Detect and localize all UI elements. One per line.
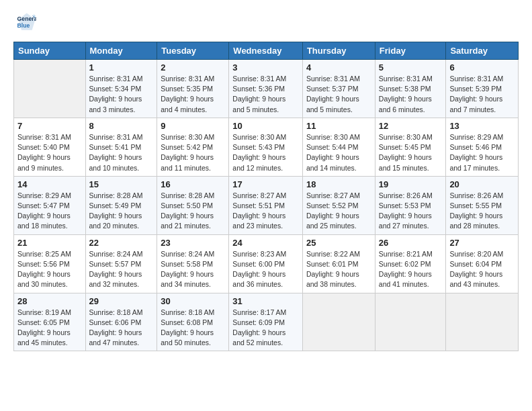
weekday-header-friday: Friday xyxy=(375,42,446,60)
day-number: 31 xyxy=(232,296,299,306)
calendar-cell: 4Sunrise: 8:31 AMSunset: 5:37 PMDaylight… xyxy=(302,60,375,118)
day-detail: Sunrise: 8:27 AMSunset: 5:52 PMDaylight:… xyxy=(306,191,371,232)
calendar-cell: 20Sunrise: 8:26 AMSunset: 5:55 PMDayligh… xyxy=(446,176,519,234)
calendar-cell: 18Sunrise: 8:27 AMSunset: 5:52 PMDayligh… xyxy=(302,176,375,234)
calendar-cell: 1Sunrise: 8:31 AMSunset: 5:34 PMDaylight… xyxy=(85,60,157,118)
day-detail: Sunrise: 8:31 AMSunset: 5:36 PMDaylight:… xyxy=(232,74,299,115)
calendar-cell: 15Sunrise: 8:28 AMSunset: 5:49 PMDayligh… xyxy=(85,176,157,234)
calendar-cell: 30Sunrise: 8:18 AMSunset: 6:08 PMDayligh… xyxy=(157,293,229,351)
day-number: 17 xyxy=(232,179,299,189)
day-number: 9 xyxy=(161,121,225,131)
day-number: 22 xyxy=(89,238,154,248)
day-number: 8 xyxy=(89,121,154,131)
day-detail: Sunrise: 8:31 AMSunset: 5:37 PMDaylight:… xyxy=(306,74,371,115)
calendar-cell xyxy=(14,60,86,118)
day-number: 28 xyxy=(17,296,82,306)
day-detail: Sunrise: 8:29 AMSunset: 5:46 PMDaylight:… xyxy=(449,132,515,173)
calendar-cell: 26Sunrise: 8:21 AMSunset: 6:02 PMDayligh… xyxy=(375,234,446,293)
weekday-header-sunday: Sunday xyxy=(14,42,86,60)
calendar-cell: 11Sunrise: 8:30 AMSunset: 5:44 PMDayligh… xyxy=(302,118,375,176)
day-number: 19 xyxy=(379,179,443,189)
day-detail: Sunrise: 8:30 AMSunset: 5:43 PMDaylight:… xyxy=(232,132,299,173)
weekday-header-tuesday: Tuesday xyxy=(157,42,229,60)
day-detail: Sunrise: 8:31 AMSunset: 5:39 PMDaylight:… xyxy=(449,74,515,115)
day-detail: Sunrise: 8:30 AMSunset: 5:45 PMDaylight:… xyxy=(379,132,443,173)
day-number: 24 xyxy=(232,238,299,248)
day-detail: Sunrise: 8:29 AMSunset: 5:47 PMDaylight:… xyxy=(17,191,82,232)
calendar-cell xyxy=(446,293,519,351)
calendar-cell: 17Sunrise: 8:27 AMSunset: 5:51 PMDayligh… xyxy=(229,176,303,234)
day-number: 5 xyxy=(379,62,443,73)
calendar-cell: 5Sunrise: 8:31 AMSunset: 5:38 PMDaylight… xyxy=(375,60,446,118)
day-detail: Sunrise: 8:31 AMSunset: 5:41 PMDaylight:… xyxy=(89,132,154,173)
weekday-header-monday: Monday xyxy=(85,42,157,60)
calendar-cell: 14Sunrise: 8:29 AMSunset: 5:47 PMDayligh… xyxy=(14,176,86,234)
calendar-cell: 16Sunrise: 8:28 AMSunset: 5:50 PMDayligh… xyxy=(157,176,229,234)
day-number: 6 xyxy=(449,62,515,73)
day-detail: Sunrise: 8:31 AMSunset: 5:35 PMDaylight:… xyxy=(161,74,225,115)
day-number: 10 xyxy=(232,121,299,131)
calendar-cell xyxy=(375,293,446,351)
calendar-cell: 8Sunrise: 8:31 AMSunset: 5:41 PMDaylight… xyxy=(85,118,157,176)
day-number: 25 xyxy=(306,238,371,248)
calendar-cell: 7Sunrise: 8:31 AMSunset: 5:40 PMDaylight… xyxy=(14,118,86,176)
day-detail: Sunrise: 8:23 AMSunset: 6:00 PMDaylight:… xyxy=(232,249,299,290)
day-number: 15 xyxy=(89,179,154,189)
calendar-cell: 2Sunrise: 8:31 AMSunset: 5:35 PMDaylight… xyxy=(157,60,229,118)
day-number: 27 xyxy=(449,238,515,248)
page: General Blue SundayMondayTuesdayWednesda… xyxy=(0,0,532,411)
calendar-cell: 12Sunrise: 8:30 AMSunset: 5:45 PMDayligh… xyxy=(375,118,446,176)
day-detail: Sunrise: 8:28 AMSunset: 5:50 PMDaylight:… xyxy=(161,191,225,232)
day-number: 1 xyxy=(89,62,154,73)
day-detail: Sunrise: 8:17 AMSunset: 6:09 PMDaylight:… xyxy=(232,308,299,349)
day-detail: Sunrise: 8:21 AMSunset: 6:02 PMDaylight:… xyxy=(379,249,443,290)
logo: General Blue xyxy=(13,12,36,35)
calendar-cell: 31Sunrise: 8:17 AMSunset: 6:09 PMDayligh… xyxy=(229,293,303,351)
calendar-cell: 9Sunrise: 8:30 AMSunset: 5:42 PMDaylight… xyxy=(157,118,229,176)
calendar-cell: 23Sunrise: 8:24 AMSunset: 5:58 PMDayligh… xyxy=(157,234,229,293)
weekday-header-thursday: Thursday xyxy=(302,42,375,60)
day-number: 13 xyxy=(449,121,515,131)
day-detail: Sunrise: 8:30 AMSunset: 5:42 PMDaylight:… xyxy=(161,132,225,173)
day-number: 4 xyxy=(306,62,371,73)
calendar-cell: 22Sunrise: 8:24 AMSunset: 5:57 PMDayligh… xyxy=(85,234,157,293)
calendar-cell: 3Sunrise: 8:31 AMSunset: 5:36 PMDaylight… xyxy=(229,60,303,118)
day-detail: Sunrise: 8:24 AMSunset: 5:57 PMDaylight:… xyxy=(89,249,154,290)
day-number: 23 xyxy=(161,238,225,248)
day-number: 14 xyxy=(17,179,82,189)
calendar-cell: 19Sunrise: 8:26 AMSunset: 5:53 PMDayligh… xyxy=(375,176,446,234)
day-number: 26 xyxy=(379,238,443,248)
day-number: 2 xyxy=(161,62,225,73)
day-number: 3 xyxy=(232,62,299,73)
day-detail: Sunrise: 8:19 AMSunset: 6:05 PMDaylight:… xyxy=(17,308,82,349)
day-detail: Sunrise: 8:27 AMSunset: 5:51 PMDaylight:… xyxy=(232,191,299,232)
day-number: 12 xyxy=(379,121,443,131)
day-detail: Sunrise: 8:31 AMSunset: 5:34 PMDaylight:… xyxy=(89,74,154,115)
day-detail: Sunrise: 8:26 AMSunset: 5:53 PMDaylight:… xyxy=(379,191,443,232)
day-detail: Sunrise: 8:20 AMSunset: 6:04 PMDaylight:… xyxy=(449,249,515,290)
calendar-cell: 10Sunrise: 8:30 AMSunset: 5:43 PMDayligh… xyxy=(229,118,303,176)
day-number: 20 xyxy=(449,179,515,189)
day-detail: Sunrise: 8:26 AMSunset: 5:55 PMDaylight:… xyxy=(449,191,515,232)
day-detail: Sunrise: 8:31 AMSunset: 5:40 PMDaylight:… xyxy=(17,132,82,173)
day-detail: Sunrise: 8:22 AMSunset: 6:01 PMDaylight:… xyxy=(306,249,371,290)
svg-text:Blue: Blue xyxy=(17,22,30,29)
day-number: 29 xyxy=(89,296,154,306)
calendar-table: SundayMondayTuesdayWednesdayThursdayFrid… xyxy=(13,42,519,351)
calendar-cell: 25Sunrise: 8:22 AMSunset: 6:01 PMDayligh… xyxy=(302,234,375,293)
calendar-cell: 21Sunrise: 8:25 AMSunset: 5:56 PMDayligh… xyxy=(14,234,86,293)
day-number: 7 xyxy=(17,121,82,131)
day-detail: Sunrise: 8:18 AMSunset: 6:06 PMDaylight:… xyxy=(89,308,154,349)
calendar-cell xyxy=(302,293,375,351)
calendar-cell: 24Sunrise: 8:23 AMSunset: 6:00 PMDayligh… xyxy=(229,234,303,293)
header: General Blue xyxy=(13,12,519,35)
calendar-cell: 13Sunrise: 8:29 AMSunset: 5:46 PMDayligh… xyxy=(446,118,519,176)
day-detail: Sunrise: 8:25 AMSunset: 5:56 PMDaylight:… xyxy=(17,249,82,290)
day-number: 18 xyxy=(306,179,371,189)
weekday-header-saturday: Saturday xyxy=(446,42,519,60)
day-detail: Sunrise: 8:28 AMSunset: 5:49 PMDaylight:… xyxy=(89,191,154,232)
day-detail: Sunrise: 8:30 AMSunset: 5:44 PMDaylight:… xyxy=(306,132,371,173)
day-number: 30 xyxy=(161,296,225,306)
day-detail: Sunrise: 8:18 AMSunset: 6:08 PMDaylight:… xyxy=(161,308,225,349)
calendar-cell: 27Sunrise: 8:20 AMSunset: 6:04 PMDayligh… xyxy=(446,234,519,293)
